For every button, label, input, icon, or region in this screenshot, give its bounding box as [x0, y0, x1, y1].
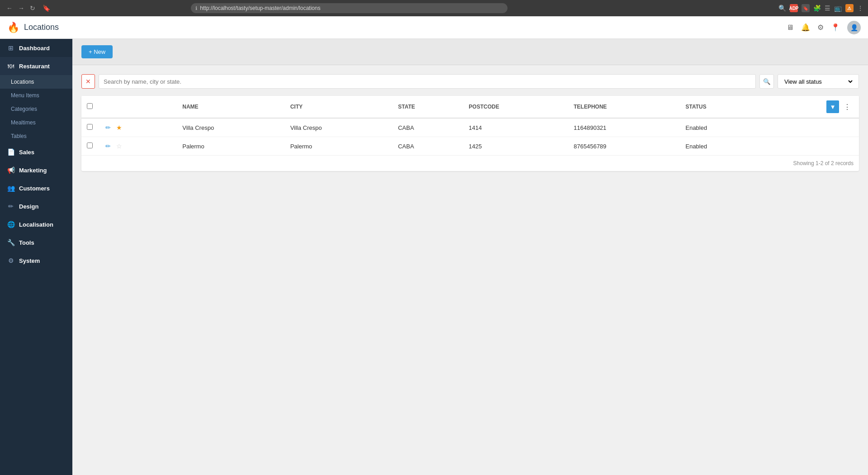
forward-button[interactable]: →: [16, 4, 26, 13]
sidebar-item-sales[interactable]: 📄 Sales: [0, 143, 72, 161]
star-button[interactable]: ☆: [114, 142, 124, 151]
records-info: Showing 1-2 of 2 records: [81, 156, 859, 171]
ext-bookmark-icon[interactable]: 🔖: [802, 4, 810, 12]
sidebar-label-tables: Tables: [11, 133, 27, 139]
sidebar-item-marketing[interactable]: 📢 Marketing: [0, 161, 72, 179]
sidebar-item-locations[interactable]: Locations: [0, 75, 72, 89]
th-postcode: POSTCODE: [463, 96, 568, 118]
browser-chrome: ← → ↻ 🔖 ℹ http://localhost/tasty/setup-m…: [0, 0, 868, 16]
row-postcode: 1425: [463, 137, 568, 156]
sidebar-item-mealtimes[interactable]: Mealtimes: [0, 116, 72, 129]
system-icon: ⚙: [7, 257, 14, 264]
content-toolbar: + New: [72, 39, 868, 65]
search-icon[interactable]: 🔍: [778, 5, 786, 12]
row-name: Villa Crespo: [177, 118, 285, 137]
url-text: http://localhost/tasty/setup-master/admi…: [200, 5, 320, 11]
design-icon: ✏: [7, 203, 14, 210]
clear-search-button[interactable]: ✕: [81, 74, 95, 89]
ext-alert-icon[interactable]: ⚠: [845, 4, 854, 12]
ext-list-icon[interactable]: ☰: [825, 5, 830, 12]
sidebar-item-restaurant[interactable]: 🍽 Restaurant: [0, 57, 72, 75]
search-submit-button[interactable]: 🔍: [759, 74, 774, 89]
row-city: Villa Crespo: [285, 118, 393, 137]
ext-tv-icon[interactable]: 📺: [834, 5, 842, 12]
edit-button[interactable]: ✏: [104, 123, 113, 132]
header-actions: 🖥 🔔 ⚙ 📍 👤: [787, 21, 861, 34]
sidebar-label-restaurant: Restaurant: [19, 63, 50, 70]
row-checkbox[interactable]: [87, 142, 93, 148]
map-pin-icon[interactable]: 📍: [831, 23, 840, 32]
ext-adp-icon[interactable]: ADP: [790, 4, 798, 12]
sidebar-label-categories: Categories: [11, 106, 37, 112]
sidebar-label-customers: Customers: [19, 185, 50, 192]
dashboard-icon: ⊞: [7, 44, 14, 52]
sidebar-item-system[interactable]: ⚙ System: [0, 252, 72, 270]
row-checkbox-cell: [81, 137, 98, 156]
sidebar-item-menu-items[interactable]: Menu Items: [0, 89, 72, 102]
star-button[interactable]: ★: [114, 123, 124, 132]
bookmark-button[interactable]: 🔖: [41, 4, 52, 13]
bell-icon[interactable]: 🔔: [801, 23, 810, 32]
status-filter[interactable]: View all statusEnabledDisabled: [778, 74, 859, 89]
column-filter-button[interactable]: ▼: [826, 100, 839, 113]
monitor-icon[interactable]: 🖥: [787, 24, 794, 32]
sidebar-label-tools: Tools: [19, 239, 34, 246]
edit-button[interactable]: ✏: [104, 142, 113, 151]
row-telephone: 8765456789: [568, 137, 680, 156]
refresh-button[interactable]: ↻: [28, 4, 37, 13]
ext-puzzle-icon[interactable]: 🧩: [813, 5, 821, 12]
sidebar-item-categories[interactable]: Categories: [0, 102, 72, 116]
marketing-icon: 📢: [7, 166, 14, 174]
main-content: + New ✕ 🔍 View all statusEnabledDisabled: [72, 39, 868, 475]
flame-icon: 🔥: [7, 22, 19, 33]
filter-icon: ▼: [830, 104, 835, 110]
sidebar-label-marketing: Marketing: [19, 167, 47, 174]
content-area: ✕ 🔍 View all statusEnabledDisabled: [72, 65, 868, 180]
th-table-actions: ▼ ⋮: [763, 96, 859, 118]
sidebar-item-tables[interactable]: Tables: [0, 129, 72, 143]
th-state: STATE: [393, 96, 463, 118]
search-input[interactable]: [99, 74, 756, 89]
th-status: STATUS: [680, 96, 762, 118]
select-all-checkbox[interactable]: [87, 103, 93, 109]
table-header-actions: ▼ ⋮: [768, 100, 854, 113]
sidebar-label-design: Design: [19, 203, 38, 210]
column-toggle-button[interactable]: ⋮: [841, 100, 854, 113]
sidebar-item-design[interactable]: ✏ Design: [0, 197, 72, 215]
browser-nav-buttons: ← → ↻: [5, 4, 37, 13]
address-bar[interactable]: ℹ http://localhost/tasty/setup-master/ad…: [191, 3, 508, 13]
magnifier-icon: 🔍: [763, 78, 771, 85]
row-action-buttons: ✏ ☆: [98, 137, 177, 156]
th-city: CITY: [285, 96, 393, 118]
row-extra: [763, 137, 859, 156]
sidebar-item-tools[interactable]: 🔧 Tools: [0, 233, 72, 252]
sidebar-label-system: System: [19, 257, 40, 264]
sidebar-item-localisation[interactable]: 🌐 Localisation: [0, 215, 72, 233]
row-status: Enabled: [680, 118, 762, 137]
row-status: Enabled: [680, 137, 762, 156]
browser-extensions: 🔍 ADP 🔖 🧩 ☰ 📺 ⚠ ⋮: [778, 4, 863, 12]
row-state: CABA: [393, 137, 463, 156]
browser-menu-icon[interactable]: ⋮: [857, 5, 863, 12]
row-extra: [763, 118, 859, 137]
search-input-wrap: [99, 74, 756, 89]
app-body: ⊞ Dashboard 🍽 Restaurant Locations Menu …: [0, 39, 868, 475]
sidebar-label-localisation: Localisation: [19, 221, 53, 228]
row-checkbox[interactable]: [87, 124, 93, 130]
back-button[interactable]: ←: [5, 4, 14, 13]
table-row: ✏ ☆ Palermo Palermo CABA 1425 8765456789…: [81, 137, 859, 156]
settings-icon[interactable]: ⚙: [817, 23, 824, 32]
table-body: ✏ ★ Villa Crespo Villa Crespo CABA 1414 …: [81, 118, 859, 156]
row-checkbox-cell: [81, 118, 98, 137]
new-button[interactable]: + New: [81, 45, 113, 58]
columns-icon: ⋮: [844, 103, 851, 111]
customers-icon: 👥: [7, 185, 14, 192]
sidebar-label-dashboard: Dashboard: [19, 45, 50, 52]
avatar[interactable]: 👤: [847, 21, 861, 34]
sidebar-label-locations: Locations: [11, 79, 34, 85]
sidebar-item-dashboard[interactable]: ⊞ Dashboard: [0, 39, 72, 57]
search-bar: ✕ 🔍 View all statusEnabledDisabled: [81, 74, 859, 89]
restaurant-icon: 🍽: [7, 62, 14, 70]
status-select[interactable]: View all statusEnabledDisabled: [783, 78, 854, 86]
sidebar-item-customers[interactable]: 👥 Customers: [0, 179, 72, 197]
